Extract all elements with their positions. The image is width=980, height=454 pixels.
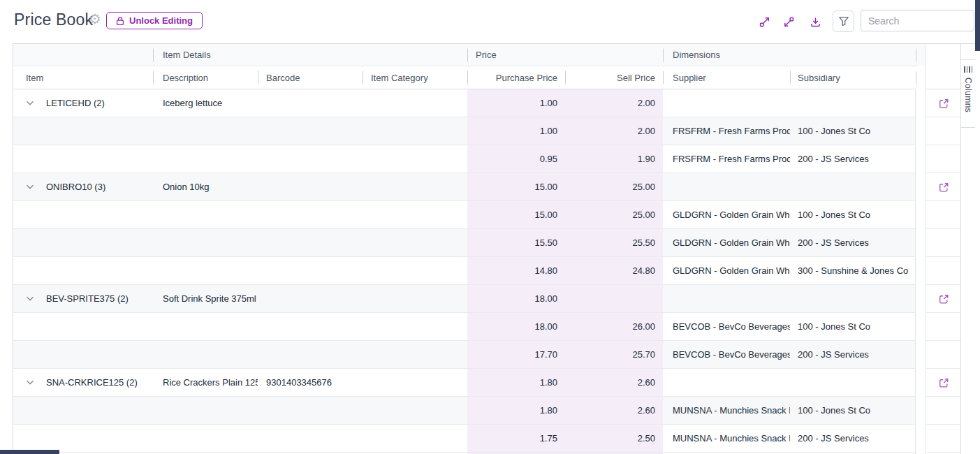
external-link-icon[interactable] <box>938 377 949 388</box>
cell-purchase-price[interactable]: 15.00 <box>467 201 565 229</box>
cell-purchase-price[interactable]: 15.50 <box>467 229 565 257</box>
cell-subsidiary[interactable]: 200 - JS Services <box>790 229 916 257</box>
cell-description[interactable] <box>153 257 258 285</box>
cell-barcode[interactable] <box>258 425 363 453</box>
column-header-description[interactable]: Description <box>153 66 258 89</box>
cell-sell-price[interactable]: 2.60 <box>565 397 663 425</box>
cell-purchase-price[interactable]: 0.95 <box>467 145 565 173</box>
cell-item[interactable] <box>13 397 153 425</box>
cell-item-category[interactable] <box>363 145 467 173</box>
cell-barcode[interactable] <box>258 145 363 173</box>
cell-subsidiary[interactable]: 100 - Jones St Co <box>790 397 916 425</box>
cell-subsidiary[interactable] <box>790 369 916 397</box>
cell-subsidiary[interactable] <box>790 89 916 117</box>
cell-supplier[interactable]: MUNSNA - Munchies Snack D <box>663 397 790 425</box>
cell-item-category[interactable] <box>363 425 467 453</box>
cell-barcode[interactable] <box>258 285 363 313</box>
cell-purchase-price[interactable]: 18.00 <box>467 285 565 313</box>
cell-subsidiary[interactable] <box>790 173 916 201</box>
cell-purchase-price[interactable]: 1.00 <box>467 89 565 117</box>
column-header-supplier[interactable]: Supplier <box>663 66 790 89</box>
cell-supplier[interactable]: BEVCOB - BevCo Beverages <box>663 341 790 369</box>
cell-subsidiary[interactable]: 100 - Jones St Co <box>790 313 916 341</box>
cell-supplier[interactable] <box>663 173 790 201</box>
column-header-purchase-price[interactable]: Purchase Price <box>467 66 565 89</box>
cell-item-category[interactable] <box>363 117 467 145</box>
cell-description[interactable] <box>153 397 258 425</box>
cell-item-category[interactable] <box>363 257 467 285</box>
cell-item-category[interactable] <box>363 229 467 257</box>
column-header-subsidiary[interactable]: Subsidiary <box>790 66 916 89</box>
filter-button[interactable] <box>833 10 854 32</box>
cell-item-category[interactable] <box>363 369 467 397</box>
cell-purchase-price[interactable]: 15.00 <box>467 173 565 201</box>
chevron-down-icon[interactable] <box>26 101 34 105</box>
cell-item[interactable]: SNA-CRKRICE125 (2) <box>13 369 153 397</box>
chevron-down-icon[interactable] <box>26 380 34 385</box>
column-header-sell-price[interactable]: Sell Price <box>565 66 663 89</box>
cell-barcode[interactable] <box>258 229 363 257</box>
cell-subsidiary[interactable]: 300 - Sunshine & Jones Co <box>790 257 916 285</box>
cell-item[interactable]: ONIBRO10 (3) <box>13 173 153 201</box>
cell-supplier[interactable] <box>663 369 790 397</box>
cell-item[interactable] <box>13 229 153 257</box>
cell-item-category[interactable] <box>363 201 467 229</box>
cell-supplier[interactable] <box>663 89 790 117</box>
cell-item[interactable] <box>13 341 153 369</box>
cell-description[interactable] <box>153 145 258 173</box>
cell-item-category[interactable] <box>363 89 467 117</box>
cell-description[interactable]: Iceberg lettuce <box>153 89 258 117</box>
cell-supplier[interactable]: BEVCOB - BevCo Beverages <box>663 313 790 341</box>
cell-description[interactable] <box>153 117 258 145</box>
cell-item-category[interactable] <box>363 285 467 313</box>
cell-sell-price[interactable]: 2.50 <box>565 425 663 453</box>
cell-supplier[interactable]: FRSFRM - Fresh Farms Produ <box>663 117 790 145</box>
cell-item[interactable] <box>13 201 153 229</box>
cell-sell-price[interactable]: 2.00 <box>565 89 663 117</box>
cell-supplier[interactable]: MUNSNA - Munchies Snack D <box>663 425 790 453</box>
cell-supplier[interactable]: GLDGRN - Golden Grain Whol <box>663 257 790 285</box>
cell-description[interactable]: Rice Crackers Plain 125g <box>153 369 258 397</box>
cell-item[interactable]: LETICEHD (2) <box>13 89 153 117</box>
cell-supplier[interactable]: GLDGRN - Golden Grain Whol <box>663 201 790 229</box>
cell-item-category[interactable] <box>363 397 467 425</box>
cell-barcode[interactable] <box>258 201 363 229</box>
cell-item-category[interactable] <box>363 341 467 369</box>
chevron-down-icon[interactable] <box>26 296 34 301</box>
cell-description[interactable] <box>153 313 258 341</box>
cell-description[interactable] <box>153 341 258 369</box>
cell-purchase-price[interactable]: 1.80 <box>467 369 565 397</box>
cell-barcode[interactable] <box>258 257 363 285</box>
expand-all-button[interactable] <box>759 15 771 28</box>
external-link-icon[interactable] <box>938 182 949 193</box>
cell-sell-price[interactable] <box>565 285 663 313</box>
cell-item[interactable] <box>13 313 153 341</box>
cell-sell-price[interactable]: 2.00 <box>565 117 663 145</box>
search-input[interactable] <box>861 10 974 31</box>
column-header-item[interactable]: Item <box>13 66 153 89</box>
gear-icon[interactable]: ⚙ <box>89 12 101 26</box>
cell-sell-price[interactable]: 25.00 <box>565 201 663 229</box>
cell-barcode[interactable]: 9301403345676 <box>258 369 363 397</box>
cell-description[interactable]: Onion 10kg <box>153 173 258 201</box>
cell-sell-price[interactable]: 26.00 <box>565 313 663 341</box>
cell-purchase-price[interactable]: 14.80 <box>467 257 565 285</box>
chevron-down-icon[interactable] <box>26 184 34 189</box>
cell-barcode[interactable] <box>258 313 363 341</box>
cell-sell-price[interactable]: 2.60 <box>565 369 663 397</box>
cell-item[interactable] <box>13 425 153 453</box>
cell-item-category[interactable] <box>363 313 467 341</box>
cell-sell-price[interactable]: 24.80 <box>565 257 663 285</box>
cell-barcode[interactable] <box>258 89 363 117</box>
columns-panel-tab[interactable]: Columns <box>961 60 975 128</box>
column-header-barcode[interactable]: Barcode <box>258 66 363 89</box>
cell-subsidiary[interactable]: 100 - Jones St Co <box>790 201 916 229</box>
cell-purchase-price[interactable]: 17.70 <box>467 341 565 369</box>
vertical-scrollbar-thumb[interactable] <box>975 0 980 51</box>
cell-description[interactable] <box>153 201 258 229</box>
cell-barcode[interactable] <box>258 173 363 201</box>
collapse-all-button[interactable] <box>783 15 796 28</box>
cell-barcode[interactable] <box>258 117 363 145</box>
column-header-item-category[interactable]: Item Category <box>363 66 467 89</box>
cell-subsidiary[interactable]: 100 - Jones St Co <box>790 117 916 145</box>
